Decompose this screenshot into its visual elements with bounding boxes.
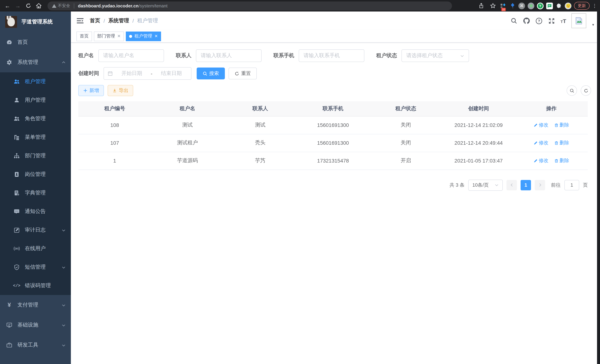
sidebar-item-label: 菜单管理 [25, 134, 46, 141]
sidebar-item-audit-log[interactable]: 审计日志 [0, 221, 71, 239]
font-size-icon[interactable]: TT [561, 18, 566, 24]
sidebar-item-label: 用户管理 [25, 97, 46, 103]
sidebar-item-role[interactable]: 角色管理 [0, 110, 71, 128]
close-icon[interactable]: ✕ [154, 34, 158, 38]
mobile-input[interactable]: 请输入联系手机 [299, 49, 364, 62]
col-status: 租户状态 [369, 101, 442, 116]
chevron-down-icon [62, 343, 66, 347]
browser-menu-icon[interactable]: ⋮ [592, 3, 597, 9]
sidebar-item-home[interactable]: 首页 [0, 32, 71, 52]
cell-created: 2021-12-14 21:02:09 [442, 116, 515, 134]
col-contact: 联系人 [224, 101, 297, 116]
extension-command-icon[interactable]: ⌘ [518, 2, 525, 9]
contact-input[interactable]: 请输入联系人 [196, 49, 262, 62]
calendar-icon [108, 71, 113, 76]
extension-chat-icon[interactable] [546, 2, 553, 9]
refresh-icon [234, 71, 239, 76]
sidebar-item-label: 通知公告 [25, 208, 46, 215]
sidebar-item-dict[interactable]: 字典管理 [0, 184, 71, 202]
add-button[interactable]: 新增 [78, 85, 104, 96]
breadcrumb-system[interactable]: 系统管理 [108, 18, 129, 24]
sms-shield-icon [14, 264, 20, 270]
goto-page-input[interactable]: 1 [564, 180, 579, 190]
online-users-icon [14, 246, 20, 252]
extensions-puzzle-icon[interactable] [555, 2, 562, 9]
sidebar-item-dept[interactable]: 部门管理 [0, 147, 71, 165]
sidebar-item-error-code[interactable]: </> 错误码管理 [0, 276, 71, 295]
edit-link[interactable]: 修改 [534, 122, 548, 128]
sidebar-item-infrastructure[interactable]: 基础设施 [0, 315, 71, 335]
close-icon[interactable]: ✕ [117, 34, 121, 38]
browser-update-button[interactable]: 更新 [574, 2, 590, 10]
delete-link[interactable]: 删除 [554, 140, 569, 146]
sidebar-item-label: 短信管理 [25, 264, 46, 271]
refresh-table-button[interactable] [581, 85, 591, 96]
pagination-total: 共 3 条 [450, 182, 465, 188]
github-icon[interactable] [523, 17, 530, 25]
browser-home-icon[interactable] [34, 1, 43, 10]
sidebar-item-user[interactable]: 用户管理 [0, 91, 71, 110]
col-mobile: 联系手机 [297, 101, 369, 116]
create-time-label: 创建时间 [78, 70, 99, 77]
reset-button[interactable]: 重置 [229, 67, 257, 79]
browser-reload-icon[interactable] [24, 1, 33, 10]
tab-home[interactable]: 首页 [76, 31, 92, 41]
tenant-name-input[interactable]: 请输入租户名 [98, 49, 164, 62]
extension-kite-icon[interactable] [509, 2, 516, 9]
sidebar-item-menu[interactable]: 菜单管理 [0, 128, 71, 147]
profile-avatar-icon[interactable] [565, 2, 572, 9]
tab-tenant[interactable]: 租户管理 ✕ [126, 31, 161, 41]
sidebar-item-payment[interactable]: ¥ 支付管理 [0, 295, 71, 315]
status-select[interactable]: 请选择租户状态 [402, 49, 469, 62]
tenants-icon [14, 79, 20, 84]
next-page-button[interactable] [535, 180, 545, 190]
tab-dept[interactable]: 部门管理 ✕ [94, 31, 124, 41]
avatar[interactable] [572, 13, 586, 28]
help-icon[interactable]: ? [535, 17, 543, 25]
plus-icon [83, 88, 88, 93]
cell-id: 108 [78, 116, 151, 134]
export-button[interactable]: 导出 [108, 85, 133, 96]
avatar-caret-icon[interactable]: ▾ [592, 23, 594, 28]
sidebar-item-online-users[interactable]: 在线用户 [0, 239, 71, 258]
delete-link[interactable]: 删除 [554, 122, 569, 128]
edit-link[interactable]: 修改 [534, 157, 548, 164]
site-security-warning[interactable]: 不安全 [52, 3, 70, 9]
edit-link[interactable]: 修改 [534, 140, 548, 146]
date-range-picker[interactable]: 开始日期 - 结束日期 [103, 67, 191, 80]
app-logo[interactable]: 芋道管理系统 [0, 11, 71, 32]
search-button[interactable]: 搜索 [197, 67, 225, 79]
page-size-select[interactable]: 10条/页 [468, 179, 503, 191]
breadcrumb-home[interactable]: 首页 [90, 18, 100, 24]
sidebar-toggle-icon[interactable] [76, 17, 84, 25]
share-icon[interactable] [477, 1, 486, 10]
bookmark-star-icon[interactable] [488, 1, 497, 10]
cell-name: 测试租户 [151, 134, 224, 152]
page-number-button[interactable]: 1 [521, 180, 531, 190]
extension-tasks-icon[interactable]: 10 [500, 2, 506, 9]
col-tenant-id: 租户编号 [78, 101, 151, 116]
cell-status: 关闭 [369, 116, 442, 134]
delete-link[interactable]: 删除 [554, 157, 569, 164]
browser-back-icon[interactable]: ← [3, 1, 12, 10]
url-text: dashboard.yudao.iocoder.cn/system/tenant [78, 3, 168, 8]
fullscreen-icon[interactable] [548, 17, 555, 25]
prev-page-button[interactable] [506, 180, 517, 190]
sidebar-item-system[interactable]: 系统管理 [0, 52, 71, 72]
tab-label: 首页 [80, 33, 89, 39]
sidebar-item-post[interactable]: 岗位管理 [0, 165, 71, 184]
address-bar[interactable]: 不安全 dashboard.yudao.iocoder.cn/system/te… [47, 1, 452, 10]
col-actions: 操作 [515, 101, 588, 116]
sidebar-item-dev-tools[interactable]: 研发工具 [0, 335, 71, 355]
extension-y-icon[interactable]: Y [537, 2, 544, 9]
logo-image [5, 16, 17, 28]
browser-forward-icon[interactable]: → [13, 1, 22, 10]
sidebar-item-tenant[interactable]: 租户管理 [0, 72, 71, 91]
header-search-icon[interactable] [510, 17, 517, 25]
cell-name: 测试 [151, 116, 224, 134]
toggle-search-button[interactable] [567, 85, 577, 96]
sidebar-item-sms[interactable]: 短信管理 [0, 258, 71, 276]
extension-dot-icon[interactable] [528, 2, 534, 9]
placeholder: 请输入联系手机 [303, 52, 340, 59]
sidebar-item-notice[interactable]: 通知公告 [0, 202, 71, 221]
